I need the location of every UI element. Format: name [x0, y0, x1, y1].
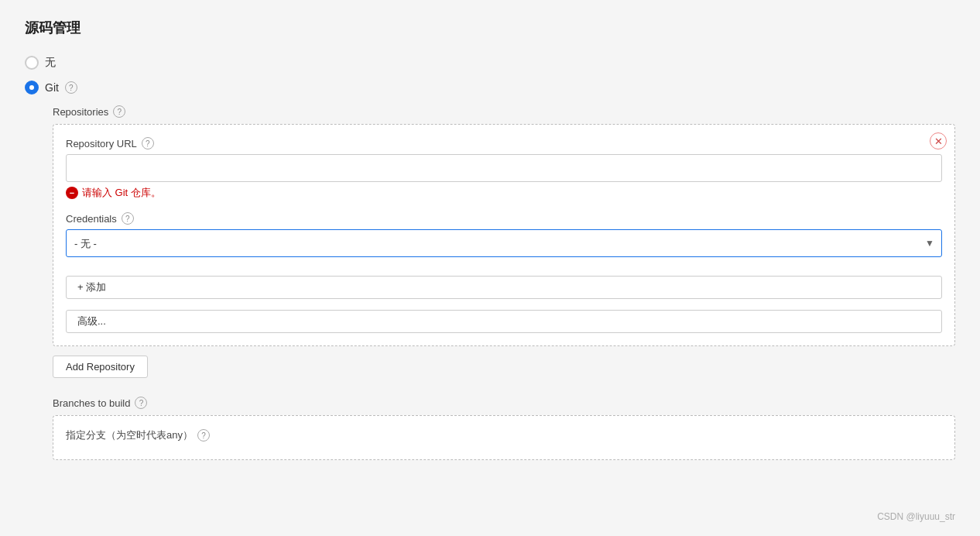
credentials-section: Credentials ? - 无 - ▼ [66, 212, 942, 257]
credentials-label: Credentials [66, 213, 117, 225]
page-title: 源码管理 [25, 19, 955, 37]
branches-section: Branches to build ? 指定分支（为空时代表any） ? [25, 397, 955, 460]
specify-branch-label: 指定分支（为空时代表any） [66, 428, 193, 442]
add-repository-button[interactable]: Add Repository [53, 356, 148, 378]
credentials-label-row: Credentials ? [66, 212, 942, 225]
repositories-label: Repositories [53, 106, 108, 118]
watermark: CSDN @liyuuu_str [877, 511, 955, 522]
option-git-row: Git ? [25, 81, 955, 94]
radio-git[interactable] [25, 81, 39, 94]
option-none-label: 无 [45, 56, 56, 70]
repositories-label-row: Repositories ? [53, 105, 955, 118]
radio-none[interactable] [25, 56, 39, 70]
branches-label-row: Branches to build ? [53, 397, 955, 409]
specify-branch-label-row: 指定分支（为空时代表any） ? [66, 428, 942, 442]
branches-label: Branches to build [53, 397, 130, 409]
repo-url-label-row: Repository URL ? [66, 137, 942, 149]
repositories-help-icon[interactable]: ? [113, 105, 125, 118]
repo-url-input[interactable] [66, 154, 942, 182]
repo-url-label: Repository URL [66, 138, 137, 149]
credentials-select[interactable]: - 无 - [66, 229, 942, 257]
add-credentials-button[interactable]: + 添加 [66, 276, 942, 299]
close-repository-button[interactable]: ✕ [930, 132, 947, 149]
action-buttons: + 添加 高级... [66, 266, 942, 333]
branches-help-icon[interactable]: ? [135, 397, 147, 409]
repository-box: ✕ Repository URL ? − 请输入 Git 仓库。 Credent… [53, 124, 955, 346]
advanced-button[interactable]: 高级... [66, 310, 942, 333]
option-none-row: 无 [25, 56, 955, 70]
error-icon: − [66, 187, 78, 199]
repo-url-error-row: − 请输入 Git 仓库。 [66, 186, 942, 200]
credentials-select-wrapper: - 无 - ▼ [66, 229, 942, 257]
repo-url-error-text: 请输入 Git 仓库。 [82, 186, 161, 200]
repo-url-help-icon[interactable]: ? [142, 137, 154, 149]
specify-branch-help-icon[interactable]: ? [197, 429, 210, 442]
git-help-icon[interactable]: ? [65, 81, 77, 94]
branches-box: 指定分支（为空时代表any） ? [53, 415, 955, 460]
credentials-help-icon[interactable]: ? [122, 212, 134, 225]
option-git-label: Git [45, 81, 59, 94]
